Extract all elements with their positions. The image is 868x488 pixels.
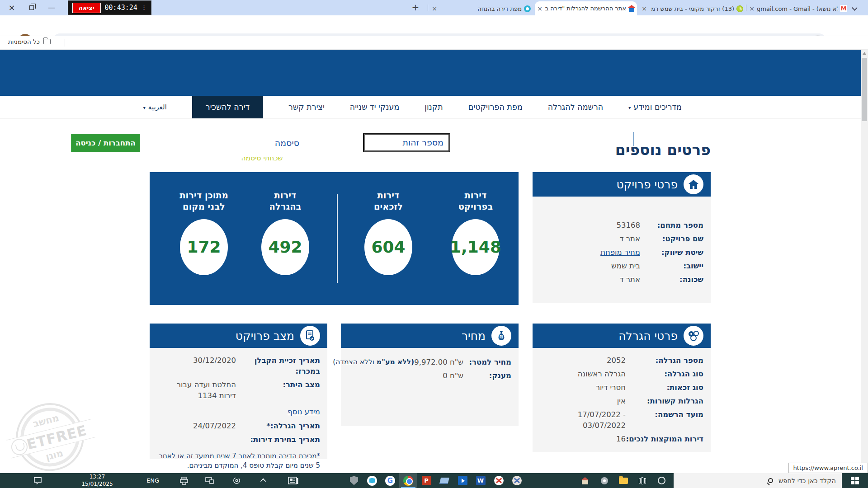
gmail-favicon-icon: M	[840, 5, 847, 12]
stat-value: 604	[371, 238, 405, 256]
app-reader[interactable]	[363, 473, 381, 488]
units-stats-box: דירות בפרויקט 1,148 דירות לזכאים 604 דיר…	[150, 172, 519, 305]
start-button[interactable]	[842, 473, 868, 488]
hidden-icons-chevron-icon[interactable]	[257, 473, 270, 488]
tab-search-chevron-icon[interactable]	[852, 5, 858, 11]
stat-label: דירות לזכאים	[367, 190, 410, 213]
tab-close-icon[interactable]: ×	[535, 5, 545, 12]
window-close-button[interactable]: ×	[3, 0, 21, 15]
all-bookmarks-button[interactable]: כל הסימניות	[8, 38, 51, 45]
windows-logo-icon	[851, 477, 859, 485]
tab-gmail[interactable]: × gmail.com - Gmail - (ללא נושא) M	[747, 2, 849, 15]
nav-regulations[interactable]: תקנון	[425, 96, 443, 118]
forgot-password-link[interactable]: שכחתי סיסמה	[219, 154, 305, 162]
app-snipping-tool[interactable]	[490, 473, 508, 488]
detail-row: סוג זכאות: חסרי דיור	[533, 382, 711, 393]
row-value: אתר ד	[540, 274, 640, 285]
window-restore-button[interactable]	[23, 0, 41, 15]
detail-row: שם פרויקט: אתר ד	[533, 234, 711, 244]
action-center-icon[interactable]	[30, 473, 45, 488]
nav-arabic[interactable]: العربية ▾	[143, 96, 167, 118]
app-home-utility[interactable]	[576, 473, 594, 488]
tab-dira-map[interactable]: × מפת דירה בהנחה	[429, 2, 533, 15]
app-google[interactable]: G	[381, 473, 399, 488]
scrollbar-thumb[interactable]	[862, 58, 867, 121]
card-title: מחיר	[462, 329, 486, 343]
app-antivirus-shield[interactable]	[345, 473, 363, 488]
page-scrollbar[interactable]	[861, 50, 868, 473]
clock-date: 15/01/2025	[81, 481, 113, 488]
home-icon[interactable]	[16, 129, 31, 143]
row-value: 2052	[540, 355, 626, 366]
nav-dira-lehaskir-active[interactable]: דירה להשכיר	[192, 96, 263, 118]
app-word[interactable]: W	[472, 473, 490, 488]
row-label: תאריך בחירת דירות:	[236, 434, 320, 445]
exit-button[interactable]: יציאה	[72, 3, 101, 13]
news-widget-icon[interactable]	[285, 473, 302, 488]
row-label: דירות המוקצות לנכים:	[626, 434, 703, 445]
app-powerpoint[interactable]: P	[417, 473, 435, 488]
nav-label: מפת הפרויקטים	[468, 103, 523, 112]
task-view-icon[interactable]	[634, 473, 651, 488]
nav-projects-map[interactable]: מפת הפרויקטים	[468, 96, 523, 118]
card-body: מספר הגרלה: 2052 סוג הגרלה: הגרלה ראשונה…	[533, 348, 711, 444]
nav-guides-info[interactable]: מדריכים ומידע ▾	[628, 96, 682, 118]
tab-close-icon[interactable]: ×	[639, 5, 649, 12]
tab-close-icon[interactable]: ×	[747, 5, 757, 12]
card-body: תאריך זכיית הקבלן במכרז: 30/12/2020 מצב …	[150, 348, 327, 471]
detail-row: מספר מתחם: 53168	[533, 220, 711, 231]
app-movies-tv[interactable]	[453, 473, 472, 488]
link-ministry-housing[interactable]: משרד הבינוי והשיכון	[734, 134, 828, 144]
detail-row: תאריך בחירת דירות:	[150, 434, 327, 445]
nav-contact[interactable]: יצירת קשר	[288, 96, 325, 118]
scroll-up-arrow-icon[interactable]	[863, 52, 866, 55]
taskbar-search-box[interactable]: הקלד כאן כדי לחפש	[674, 473, 842, 488]
card-body: מספר מתחם: 53168 שם פרויקט: אתר ד שיטת ש…	[533, 197, 711, 285]
registration-dates-value: 17/07/2022 - 03/07/2022	[540, 409, 626, 431]
marketing-method-link[interactable]: מחיר מופחת	[600, 248, 640, 257]
stat-circle: 172	[180, 219, 228, 275]
stat-units-in-lottery: דירות בהגרלה 492	[249, 190, 321, 275]
stat-units-for-locals: מתוכן דירות לבני מקום 172	[168, 190, 240, 275]
browser-titlebar: × — יציאה 00:43:24 ⋮ + × מפת דירה בהנחה …	[0, 0, 868, 15]
app-snip-sketch[interactable]	[508, 473, 526, 488]
price-per-meter-value: 9,972.00 ש"ח	[414, 357, 463, 368]
tab-dira-registration-active[interactable]: × אתר ההרשמה להגרלות "דירה ב	[535, 1, 637, 15]
detail-row: מענק: 0 ש"ח	[341, 371, 519, 381]
more-info-link[interactable]: מידע נוסף	[150, 408, 327, 416]
login-button[interactable]: התחברות / כניסה	[71, 134, 140, 152]
printer-tray-icon[interactable]	[176, 473, 192, 488]
detail-row: שכונה: אתר ד	[533, 274, 711, 285]
vat-note-bold: (ללא מע"מ	[377, 358, 414, 366]
cortana-icon[interactable]	[653, 473, 670, 488]
language-indicator[interactable]: ENG	[143, 473, 163, 488]
house-icon	[684, 174, 703, 194]
app-marker-utility[interactable]	[596, 473, 613, 488]
row-label: מספר מתחם:	[640, 220, 703, 231]
network-display-icon[interactable]	[202, 473, 217, 488]
stat-circle: 492	[261, 219, 309, 275]
sale-restriction-footnote: *מכירת הדירה מותרת לאחר 7 שנים ממועד זה …	[150, 448, 327, 471]
row-label: מחיר למטר:	[463, 357, 511, 368]
taskbar-clock[interactable]: 13:27 15/01/2025	[67, 473, 127, 488]
id-number-field[interactable]: מספר זהות	[363, 133, 450, 152]
nav-lottery-registration[interactable]: הרשמה להגרלה	[548, 96, 603, 118]
timer-menu-dots-icon[interactable]: ⋮	[142, 5, 147, 11]
password-field[interactable]: סיסמה	[219, 134, 305, 152]
document-check-icon	[300, 326, 320, 346]
file-explorer-icon[interactable]	[615, 473, 632, 488]
detail-row: יישוב: בית שמש	[533, 261, 711, 272]
new-tab-button[interactable]: +	[409, 1, 422, 14]
app-scanner[interactable]	[435, 473, 453, 488]
project-details-card: פרטי פרויקט מספר מתחם: 53168 שם פרויקט: …	[533, 172, 711, 303]
tab-close-icon[interactable]: ×	[429, 5, 439, 12]
nav-secondhand-grants[interactable]: מענקי יד שנייה	[350, 96, 399, 118]
bookmarks-bar: כל הסימניות	[0, 36, 868, 50]
site-header: התחברות / כניסה סיסמה שכחתי סיסמה מספר ז…	[0, 50, 868, 96]
tab-title: אתר ההרשמה להגרלות "דירה ב	[545, 5, 626, 12]
window-minimize-button[interactable]: —	[42, 0, 61, 15]
stat-circle: 1,148	[452, 219, 500, 275]
onedrive-sync-icon[interactable]	[229, 473, 244, 488]
tab-zarkor-local[interactable]: × (13) זרקור מקומי - בית שמש רמ	[639, 2, 745, 15]
app-chrome-active[interactable]	[399, 473, 417, 488]
